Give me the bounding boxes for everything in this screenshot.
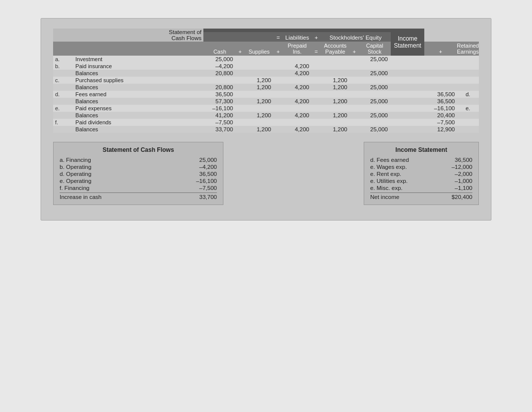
plus-icon	[236, 70, 244, 77]
plus2-icon	[274, 91, 282, 98]
row-letter	[53, 70, 74, 77]
row-letter: c.	[53, 77, 74, 84]
plus-icon	[236, 63, 244, 70]
plus2-icon	[274, 84, 282, 91]
retained-value	[424, 56, 457, 63]
prepaid-value: 4,200	[282, 63, 312, 70]
plus2-icon	[274, 63, 282, 70]
plus3-icon	[350, 119, 358, 126]
cf-left: Increase in cash	[60, 194, 102, 200]
plus3-icon	[350, 98, 358, 105]
plus4-icon	[391, 98, 424, 105]
prepaid-value	[282, 56, 312, 63]
cash-value: –4,200	[203, 63, 236, 70]
liab-value: 1,200	[320, 98, 350, 105]
cash-value: 25,000	[203, 56, 236, 63]
retained-earnings-header: RetainedEarnings	[457, 42, 479, 56]
table-row: Balances57,3001,2004,2001,20025,00036,50…	[53, 98, 479, 105]
inc-left: e. Rent exp.	[370, 171, 401, 177]
retained-value	[424, 84, 457, 91]
table-row: e.Paid expenses–16,100–16,100e.	[53, 105, 479, 112]
plus2-icon	[274, 105, 282, 112]
plus-icon	[236, 77, 244, 84]
plus3-icon	[350, 126, 358, 133]
cash-flow-row: e. Operating–16,100	[60, 177, 217, 184]
income-ref	[457, 119, 479, 126]
liab-value	[320, 119, 350, 126]
income-ref	[457, 70, 479, 77]
supplies-value: 1,200	[244, 112, 274, 119]
income-row: e. Utilities exp.–1,000	[370, 177, 472, 184]
cash-flow-row: a. Financing25,000	[60, 156, 217, 163]
plus4-icon	[391, 126, 424, 133]
cash-flow-row: b. Operating–4,200	[60, 163, 217, 170]
capstock-value: 25,000	[358, 112, 391, 119]
row-label: Balances	[74, 98, 204, 105]
liab-value: 1,200	[320, 126, 350, 133]
inc-value: $20,400	[451, 194, 472, 200]
liab-value	[320, 70, 350, 77]
eq-icon	[312, 112, 320, 119]
capstock-value: 25,000	[358, 126, 391, 133]
plus3-icon	[350, 84, 358, 91]
plus4-icon	[391, 77, 424, 84]
capstock-value: 25,000	[358, 84, 391, 91]
income-ref	[457, 84, 479, 91]
plus-icon	[236, 119, 244, 126]
cf-value: –7,500	[199, 185, 217, 191]
eq-icon	[312, 63, 320, 70]
main-container: Statement ofCash Flows IncomeStatement =…	[41, 18, 491, 221]
retained-value: 36,500	[424, 98, 457, 105]
cash-flow-row: f. Financing–7,500	[60, 184, 217, 191]
retained-value	[424, 63, 457, 70]
table-row: d.Fees earned36,50036,500d.	[53, 91, 479, 98]
row-letter	[53, 84, 74, 91]
prepaid-value: 4,200	[282, 112, 312, 119]
capstock-value: 25,000	[358, 98, 391, 105]
eq-sub: =	[312, 42, 320, 56]
income-ref: e.	[457, 105, 479, 112]
inc-left: d. Fees earned	[370, 157, 409, 163]
income-statement-section: Income Statement d. Fees earned36,500e. …	[364, 142, 479, 205]
cash-flow-row: Increase in cash33,700	[60, 192, 217, 200]
inc-value: –12,000	[451, 164, 472, 170]
balance-sheet-header	[203, 29, 391, 32]
plus4-icon	[391, 63, 424, 70]
inc-left: Net income	[370, 194, 399, 200]
plus-liab: +	[350, 42, 358, 56]
stmt-cash-flows-section: Statement of Cash Flows a. Financing25,0…	[53, 142, 223, 205]
income-ref: d.	[457, 91, 479, 98]
stockholders-header: Stockholders' Equity	[320, 32, 391, 42]
income-row: e. Misc. exp.–1,100	[370, 184, 472, 191]
row-label: Purchased supplies	[74, 77, 204, 84]
cf-value: 25,000	[199, 157, 217, 163]
plus-supplies: +	[274, 42, 282, 56]
plus2-icon	[274, 126, 282, 133]
plus3-icon	[350, 91, 358, 98]
plus4-icon	[391, 70, 424, 77]
row-label: Investment	[74, 56, 204, 63]
capstock-value	[358, 77, 391, 84]
cf-value: –16,100	[196, 178, 217, 184]
row-letter: d.	[53, 91, 74, 98]
capstock-value	[358, 105, 391, 112]
prepaid-value: 4,200	[282, 126, 312, 133]
liab-header: Liabilities	[282, 32, 312, 42]
plus3-icon	[350, 56, 358, 63]
prepaid-value: 4,200	[282, 98, 312, 105]
row-letter	[53, 112, 74, 119]
income-ref	[457, 126, 479, 133]
prepaid-value	[282, 77, 312, 84]
supplies-value	[244, 63, 274, 70]
cf-left: a. Financing	[60, 157, 91, 163]
retained-value: 12,900	[424, 126, 457, 133]
table-row: Balances41,2001,2004,2001,20025,00020,40…	[53, 112, 479, 119]
plus2-icon	[274, 77, 282, 84]
liab-value	[320, 91, 350, 98]
row-letter: e.	[53, 105, 74, 112]
plus3-icon	[350, 77, 358, 84]
row-label: Paid insurance	[74, 63, 204, 70]
bottom-section: Statement of Cash Flows a. Financing25,0…	[53, 142, 479, 205]
supplies-header: Supplies	[244, 42, 274, 56]
table-row: Balances33,7001,2004,2001,20025,00012,90…	[53, 126, 479, 133]
